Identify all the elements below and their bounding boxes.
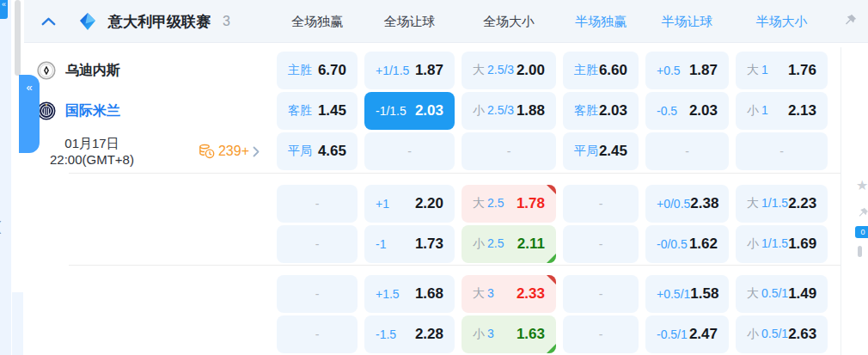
column-header-full-1x2: 全场独赢 [277, 14, 358, 30]
pin-icon[interactable] [843, 14, 857, 31]
odds-cell-empty: - [736, 132, 828, 170]
more-markets-link[interactable]: 239+ [199, 144, 260, 159]
odds-cell[interactable]: 平局4.65 [277, 132, 358, 170]
odds-cell-empty: - [563, 315, 639, 353]
clipped-tab-fragment: « [0, 0, 8, 19]
left-scrollbar[interactable] [15, 0, 21, 76]
odds-cell-empty: - [277, 225, 358, 263]
odds-cell[interactable]: 客胜1.45 [277, 92, 358, 130]
odds-cell[interactable]: +1/1.51.87 [364, 52, 455, 89]
odds-cell[interactable]: 大2.51.78 [462, 185, 556, 223]
odds-row: --11.73小2.52.11--0/0.51.62小1/1.51.69 [277, 225, 828, 263]
odds-cell-empty: - [364, 132, 455, 170]
odds-row: --1.52.28小31.63--0.5/12.47小0.5/12.63 [277, 315, 828, 353]
odds-cell[interactable]: 大1/1.52.23 [736, 185, 828, 223]
odds-cell-empty: - [563, 225, 639, 263]
odds-cell-empty: - [277, 185, 358, 223]
odds-cell[interactable]: 小31.63 [462, 315, 556, 353]
odds-cell[interactable]: -0/0.51.62 [645, 225, 729, 263]
odds-cell[interactable]: +1.51.68 [364, 275, 455, 313]
group-divider [69, 173, 840, 174]
odds-cell-empty: - [277, 315, 358, 353]
odds-cell[interactable]: 大0.5/11.49 [736, 275, 828, 313]
odds-group-2: -+12.20大2.51.78-+0/0.52.38大1/1.52.23--11… [277, 185, 828, 263]
collapse-league-button[interactable] [41, 17, 56, 26]
odds-rise-corner-icon [547, 185, 556, 194]
odds-row: -+1.51.68大32.33-+0.5/11.58大0.5/11.49 [277, 275, 828, 313]
home-team-logo-icon [37, 61, 56, 80]
away-team-logo-icon [37, 101, 56, 120]
odds-cell[interactable]: 小1/1.51.69 [736, 225, 828, 263]
odds-cell[interactable]: +0.51.87 [645, 52, 729, 89]
odds-cell-empty: - [563, 185, 639, 223]
odds-cell[interactable]: +0/0.52.38 [645, 185, 729, 223]
column-header-full-handicap: 全场让球 [364, 14, 455, 30]
home-team-name: 乌迪内斯 [65, 62, 120, 80]
odds-panel: « ( « 意大利甲级联赛 [0, 0, 868, 355]
odds-cell[interactable]: 平局2.45 [563, 132, 639, 170]
pin-small-icon[interactable] [857, 207, 868, 223]
markets-coin-clock-icon [199, 144, 215, 159]
odds-row: 客胜1.45-1/1.52.03小2.5/31.88客胜2.03-0.52.03… [277, 92, 828, 130]
away-team-name: 国际米兰 [65, 102, 120, 120]
odds-cell[interactable]: 主胜6.70 [277, 52, 358, 89]
league-header: 意大利甲级联赛 3 全场独赢全场让球全场大小半场独赢半场让球半场大小 [24, 0, 868, 43]
odds-cell[interactable]: 小2.52.11 [462, 225, 556, 263]
odds-cell[interactable]: -0.5/12.47 [645, 315, 729, 353]
column-header-full-ou: 全场大小 [462, 14, 556, 30]
match-kickoff: 22:00(GMT+8) [50, 151, 134, 168]
column-header-half-1x2: 半场独赢 [563, 14, 639, 30]
odds-cell-empty: - [563, 275, 639, 313]
odds-cell[interactable]: 小0.5/12.63 [736, 315, 828, 353]
odds-cell[interactable]: 客胜2.03 [563, 92, 639, 130]
favorite-star-icon[interactable]: ★ [856, 177, 868, 193]
column-header-half-ou: 半场大小 [736, 14, 828, 30]
match-time: 01月17日 22:00(GMT+8) [50, 135, 134, 168]
column-headers: 全场独赢全场让球全场大小半场独赢半场让球半场大小 [277, 0, 828, 43]
odds-group-3: -+1.51.68大32.33-+0.5/11.58大0.5/11.49--1.… [277, 275, 828, 353]
odds-rise-corner-icon [547, 275, 556, 285]
serie-a-logo-icon [78, 12, 97, 31]
odds-drop-corner-icon [547, 344, 556, 353]
odds-cell[interactable]: -1.52.28 [364, 315, 455, 353]
odds-cell[interactable]: 大2.5/32.00 [462, 52, 556, 89]
odds-cell[interactable]: 小12.13 [736, 92, 828, 130]
odds-cell[interactable]: 大32.33 [462, 275, 556, 313]
odds-cell[interactable]: -0.52.03 [645, 92, 729, 130]
odds-cell[interactable]: +0.5/11.58 [645, 275, 729, 313]
clipped-text-fragment: ( [0, 219, 1, 235]
odds-cell-empty: - [277, 275, 358, 313]
league-match-count: 3 [223, 14, 230, 29]
home-team-row[interactable]: 乌迪内斯 [24, 52, 277, 89]
match-date: 01月17日 [50, 135, 134, 151]
chevron-right-icon [253, 146, 260, 157]
drag-handle-icon[interactable] [858, 246, 862, 257]
odds-cell[interactable]: 主胜6.60 [563, 52, 639, 89]
odds-cell[interactable]: 小2.5/31.88 [462, 92, 556, 130]
match-info-row: 01月17日 22:00(GMT+8) 239+ [24, 132, 277, 170]
odds-cell[interactable]: 大11.76 [736, 52, 828, 89]
away-team-row[interactable]: 国际米兰 [24, 92, 277, 130]
counter-badge[interactable]: 0 [855, 226, 868, 238]
right-divider [840, 47, 841, 355]
markets-count: 239+ [218, 144, 249, 159]
odds-group-1: 主胜6.70+1/1.51.87大2.5/32.00主胜6.60+0.51.87… [277, 52, 828, 170]
odds-cell-empty: - [462, 132, 556, 170]
odds-row: 平局4.65--平局2.45-- [277, 132, 828, 170]
league-title: 意大利甲级联赛 [108, 12, 211, 32]
odds-cell[interactable]: -1/1.52.03 [364, 92, 455, 130]
odds-row: -+12.20大2.51.78-+0/0.52.38大1/1.52.23 [277, 185, 828, 223]
left-rail-background-fragment [12, 292, 23, 355]
odds-row: 主胜6.70+1/1.51.87大2.5/32.00主胜6.60+0.51.87… [277, 52, 828, 89]
odds-drop-corner-icon [547, 254, 556, 263]
left-rail-background [0, 0, 11, 355]
odds-cell[interactable]: -11.73 [364, 225, 455, 263]
odds-cell-empty: - [645, 132, 729, 170]
group-divider [69, 265, 840, 266]
odds-cell[interactable]: +12.20 [364, 185, 455, 223]
column-header-half-handicap: 半场让球 [645, 14, 729, 30]
sidebar-collapse-tab[interactable]: « [19, 75, 40, 153]
chevron-up-icon [41, 17, 56, 26]
